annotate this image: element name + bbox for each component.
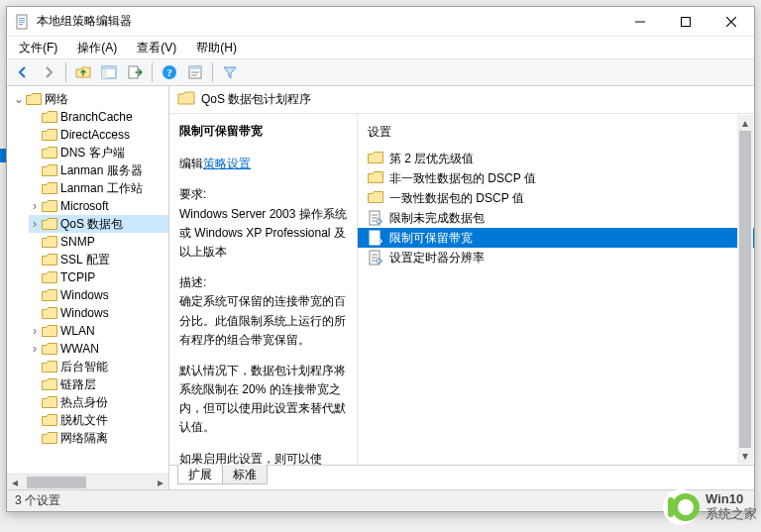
edit-policy-link[interactable]: 策略设置 — [203, 157, 251, 170]
tree-node-label: WLAN — [60, 324, 95, 338]
expand-icon[interactable]: › — [29, 325, 41, 337]
list-item-folder[interactable]: 非一致性数据包的 DSCP 值 — [358, 168, 754, 188]
list-item-folder[interactable]: 第 2 层优先级值 — [358, 149, 754, 168]
bottom-tabs: 扩展 标准 — [169, 466, 754, 489]
policy-setting-icon — [368, 210, 383, 226]
folder-icon — [26, 92, 42, 106]
svg-rect-1 — [19, 18, 25, 19]
tree-node-label: Windows — [60, 306, 109, 320]
tree-node-label: 脱机文件 — [60, 412, 108, 429]
tree-node[interactable]: ›WWAN — [29, 340, 169, 358]
tree-node[interactable]: Lanman 工作站 — [29, 179, 169, 197]
list-v-scrollbar[interactable]: ▴ ▾ — [737, 115, 753, 464]
titlebar: 本地组策略编辑器 — [7, 7, 754, 37]
tree-node-label: 后台智能 — [60, 359, 108, 375]
menu-file[interactable]: 文件(F) — [13, 38, 63, 58]
tree-node[interactable]: 网络隔离 — [29, 429, 169, 447]
description-text-3: 如果启用此设置，则可以使用"带宽限制"框来调整系统可保留的带宽数量。 — [179, 450, 347, 465]
list-item-setting[interactable]: 限制未完成数据包 — [358, 208, 754, 228]
menu-help[interactable]: 帮助(H) — [190, 38, 243, 58]
window-controls — [617, 7, 754, 36]
tree-node[interactable]: SSL 配置 — [29, 251, 169, 268]
status-text: 3 个设置 — [15, 492, 60, 509]
folder-icon — [42, 270, 57, 284]
forward-button[interactable] — [37, 60, 60, 84]
tree-pane: ⌄网络BranchCacheDirectAccessDNS 客户端Lanman … — [7, 86, 169, 489]
tree-node[interactable]: ›Microsoft — [29, 197, 169, 215]
tree-node[interactable]: 链路层 — [29, 375, 169, 393]
tree-node[interactable]: 热点身份 — [29, 393, 169, 411]
svg-text:?: ? — [166, 66, 172, 78]
menu-action[interactable]: 操作(A) — [71, 38, 123, 58]
back-button[interactable] — [11, 60, 35, 84]
tree-node-label: SNMP — [60, 235, 95, 249]
requirements-text: Windows Server 2003 操作系统 或 Windows XP Pr… — [179, 205, 347, 263]
tree-node[interactable]: BranchCache — [29, 108, 169, 126]
folder-icon — [42, 360, 57, 373]
folder-icon — [42, 128, 57, 142]
list-item-folder[interactable]: 一致性数据包的 DSCP 值 — [358, 188, 754, 208]
tree-node[interactable]: 后台智能 — [29, 358, 169, 375]
folder-icon — [42, 253, 57, 266]
help-button[interactable]: ? — [158, 60, 181, 84]
tree-node[interactable]: Windows — [29, 304, 169, 322]
tree-node[interactable]: Windows — [29, 286, 169, 304]
column-header-setting[interactable]: 设置 — [358, 118, 754, 149]
tree-node-label: BranchCache — [60, 110, 133, 124]
minimize-button[interactable] — [617, 7, 663, 36]
show-hide-tree-button[interactable] — [97, 60, 121, 84]
folder-icon — [42, 146, 57, 160]
tree-node-label: DirectAccess — [60, 128, 130, 142]
tree-node[interactable]: DirectAccess — [29, 126, 169, 144]
right-pane: QoS 数据包计划程序 限制可保留带宽 编辑策略设置 要求: Windows S… — [169, 86, 754, 489]
properties-button[interactable] — [183, 60, 207, 84]
tree-node[interactable]: 脱机文件 — [29, 411, 169, 429]
nav-tree[interactable]: ⌄网络BranchCacheDirectAccessDNS 客户端Lanman … — [9, 90, 169, 447]
list-header: QoS 数据包计划程序 — [169, 86, 754, 114]
menu-view[interactable]: 查看(V) — [131, 38, 182, 58]
folder-icon — [368, 151, 383, 166]
svg-rect-16 — [189, 66, 201, 69]
tree-node[interactable]: ›WLAN — [29, 322, 169, 340]
tree-node[interactable]: ›QoS 数据包 — [29, 215, 169, 233]
folder-icon — [368, 170, 383, 186]
settings-list[interactable]: 第 2 层优先级值非一致性数据包的 DSCP 值一致性数据包的 DSCP 值限制… — [358, 149, 754, 267]
folder-icon — [42, 235, 57, 249]
collapse-icon[interactable]: ⌄ — [13, 93, 25, 105]
list-item-setting[interactable]: 限制可保留带宽 — [358, 228, 754, 248]
tab-extended[interactable]: 扩展 — [177, 465, 223, 484]
maximize-button[interactable] — [663, 7, 708, 36]
tree-node-label: Windows — [60, 288, 109, 302]
toolbar: ? — [7, 58, 754, 86]
app-icon — [15, 14, 31, 30]
expand-icon[interactable]: › — [29, 343, 41, 355]
tab-standard[interactable]: 标准 — [222, 465, 268, 484]
tree-node-label: 热点身份 — [60, 394, 108, 411]
expand-icon[interactable]: › — [29, 200, 41, 212]
tree-node-label: TCPIP — [60, 270, 95, 284]
list-item-setting[interactable]: 设置定时器分辨率 — [358, 248, 754, 267]
selected-setting-title: 限制可保留带宽 — [179, 122, 347, 141]
description-label: 描述: — [179, 273, 347, 292]
filter-button[interactable] — [218, 60, 242, 84]
close-button[interactable] — [708, 7, 754, 36]
folder-icon — [42, 217, 57, 231]
tree-node[interactable]: SNMP — [29, 233, 169, 251]
menubar: 文件(F) 操作(A) 查看(V) 帮助(H) — [7, 37, 754, 58]
statusbar: 3 个设置 — [7, 489, 754, 511]
watermark: Win10 系统之家 — [662, 488, 757, 526]
folder-icon — [177, 90, 195, 109]
up-folder-button[interactable] — [71, 60, 95, 84]
watermark-line1: Win10 — [706, 492, 757, 507]
expand-icon[interactable]: › — [29, 218, 41, 230]
requirements-label: 要求: — [179, 185, 347, 204]
tree-node-root[interactable]: ⌄网络 — [13, 90, 169, 108]
tree-h-scrollbar[interactable]: ◂ ▸ — [7, 474, 168, 489]
tree-node-label: Microsoft — [60, 199, 109, 213]
tree-node[interactable]: DNS 客户端 — [29, 144, 169, 161]
list-item-label: 非一致性数据包的 DSCP 值 — [389, 170, 536, 187]
tree-node[interactable]: Lanman 服务器 — [29, 161, 169, 179]
export-list-button[interactable] — [123, 60, 147, 84]
watermark-line2: 系统之家 — [706, 507, 757, 522]
tree-node[interactable]: TCPIP — [29, 268, 169, 286]
